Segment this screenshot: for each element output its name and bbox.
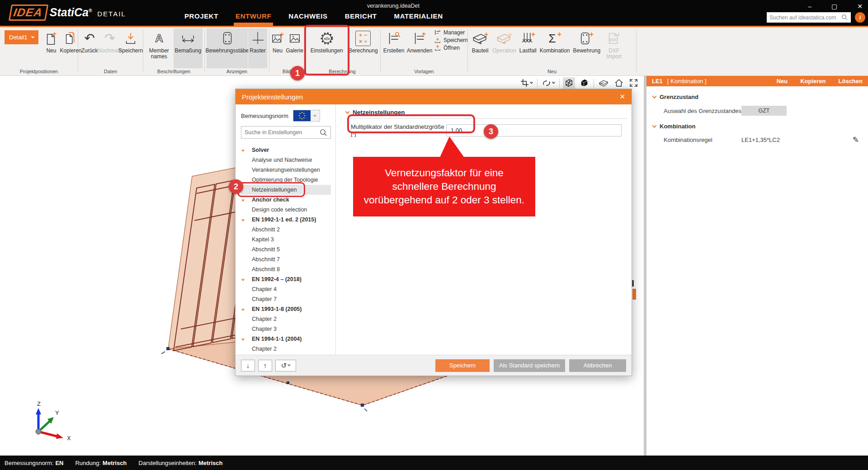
close-button[interactable]: ✕ (857, 3, 863, 10)
section-view-button[interactable] (597, 78, 610, 88)
design-code-dropdown[interactable] (293, 110, 320, 122)
new-reinforcement-button[interactable]: Bewehrung (571, 28, 602, 68)
dialog-titlebar[interactable]: Projekteinstellungen ✕ (236, 89, 632, 104)
template-save-button[interactable]: Speichern (434, 37, 468, 43)
dialog-close-button[interactable]: ✕ (619, 93, 625, 101)
reset-button[interactable]: ↺ (275, 360, 296, 371)
tree-item[interactable]: Abschnitt 5 (241, 244, 331, 254)
tree-item[interactable]: Chapter 2 (241, 314, 331, 324)
load-case-copy-button[interactable]: Kopieren (800, 78, 826, 85)
grid-toggle[interactable]: Raster (248, 28, 267, 68)
settings-search-input[interactable] (245, 129, 320, 136)
expand-arrows-icon (629, 79, 638, 87)
design-code-label: Bemessungsnorm (241, 113, 288, 119)
toolbar-separator (559, 79, 560, 88)
home-view-button[interactable] (613, 78, 625, 88)
menu-materialien[interactable]: MATERIALIEN (394, 12, 443, 24)
dialog-cancel-button[interactable]: Abbrechen (569, 359, 626, 372)
group-label: Neu (468, 68, 636, 75)
edit-pencil-icon[interactable]: ✎ (853, 135, 859, 145)
mesh-settings-header[interactable]: Netzeinstellungen (346, 109, 627, 119)
logo-idea: IDEA (9, 5, 48, 21)
tree-item[interactable]: Chapter 4 (241, 284, 331, 294)
stirrup-icon (221, 29, 234, 48)
tree-item[interactable]: Design code selection (241, 205, 331, 215)
crop-tool-button[interactable] (519, 78, 534, 88)
move-up-button[interactable]: ↑ (258, 360, 272, 371)
tree-item[interactable]: EN 1992-4 – (2018) (241, 274, 331, 284)
limit-state-value-button[interactable]: GZT (741, 106, 787, 116)
tree-item[interactable]: Chapter 2 (241, 344, 331, 354)
load-case-new-button[interactable]: Neu (777, 78, 788, 85)
settings-search-box[interactable] (241, 126, 331, 139)
tree-item[interactable]: EN 1994-1-1 (2004) (241, 334, 331, 344)
web-search-box[interactable] (767, 12, 851, 23)
solid-view-button[interactable] (578, 77, 590, 89)
member-names-toggle[interactable]: A Member names (145, 28, 173, 68)
load-arrows-icon (520, 29, 536, 48)
new-combination-button[interactable]: Σ Kombination (538, 28, 571, 68)
limit-state-section-header[interactable]: Grenzzustand (653, 94, 862, 100)
tree-item[interactable]: Abschnitt 7 (241, 254, 331, 264)
template-create-button[interactable]: Erstellen (382, 28, 406, 68)
dialog-save-button[interactable]: Speichern (435, 359, 490, 372)
zoom-fit-button[interactable] (628, 78, 639, 88)
tree-item[interactable]: Chapter 7 (241, 294, 331, 304)
group-label: Anzeigen (205, 68, 269, 75)
template-manager-button[interactable]: Manager (434, 29, 468, 36)
restore-button[interactable]: ▢ (831, 3, 837, 10)
tree-item[interactable]: Anchor check (241, 195, 331, 205)
copy-project-item-button[interactable]: Kopieren (61, 28, 80, 68)
tree-item[interactable]: EN 1993-1-8 (2005) (241, 304, 331, 314)
tree-item[interactable]: Kapitel 3 (241, 235, 331, 244)
tree-item[interactable]: Netzeinstellungen (241, 185, 331, 195)
tree-item[interactable]: Optimierung der Topologie (241, 175, 331, 185)
menu-projekt[interactable]: PROJEKT (184, 12, 218, 24)
save-button[interactable]: Speichern (120, 28, 141, 68)
tree-item[interactable]: Abschnitt 8 (241, 264, 331, 274)
save-icon (124, 29, 137, 48)
rebar-display-toggle[interactable]: Bewehrungsstäbe (207, 28, 248, 68)
move-down-button[interactable]: ↓ (241, 360, 255, 371)
menu-entwurf[interactable]: ENTWURF (236, 12, 271, 24)
tree-item[interactable]: Solver (241, 145, 331, 155)
calculate-button[interactable]: + −× ÷ Berechnung (348, 28, 378, 68)
wireframe-view-button[interactable] (563, 77, 575, 89)
tree-item[interactable]: Analyse und Nachweise (241, 155, 331, 165)
grid-axis-icon (251, 29, 264, 48)
redo-icon: ↷ (104, 29, 115, 48)
dimension-toggle[interactable]: Bemaßung (174, 28, 203, 68)
gallery-button[interactable]: Galerie (286, 28, 303, 68)
save-as-default-button[interactable]: Als Standard speichern (494, 359, 565, 372)
template-apply-button[interactable]: Anwenden (406, 28, 433, 68)
redo-button: ↷ Nochmals (99, 28, 120, 68)
tree-item[interactable]: Abschnitt 2 (241, 225, 331, 235)
new-load-case-button[interactable]: Lastfall (518, 28, 538, 68)
menu-bericht[interactable]: BERICHT (345, 12, 377, 24)
web-search-input[interactable] (769, 14, 841, 21)
chevron-down-icon (552, 81, 555, 84)
menu-nachweis[interactable]: NACHWEIS (288, 12, 327, 24)
undo-button[interactable]: ↶ Zurück (80, 28, 99, 68)
new-member-button[interactable]: Bauteil (470, 28, 491, 68)
tree-item[interactable]: EN 1992-1-1 ed. 2 (2015) (241, 215, 331, 225)
info-button[interactable]: i (855, 12, 865, 23)
minimize-button[interactable]: – (808, 3, 811, 10)
new-picture-button[interactable]: Neu (270, 28, 285, 68)
combination-section-header[interactable]: Kombination (653, 123, 862, 130)
new-project-item-button[interactable]: Neu (42, 28, 61, 68)
rotate-view-button[interactable] (541, 78, 556, 88)
detail-selector-button[interactable]: Detail1 (5, 30, 38, 44)
load-case-type: [ Kombination ] (667, 78, 707, 85)
tree-item[interactable]: Chapter 3 (241, 324, 331, 334)
toolbar-separator (537, 79, 538, 88)
svg-text:A: A (155, 32, 163, 44)
template-open-button[interactable]: Öffnen (434, 45, 468, 51)
settings-button[interactable]: 1 </> Einstellungen (306, 28, 348, 68)
svg-text:Z: Z (37, 400, 41, 407)
tree-item[interactable]: Verankerungseinstellungen (241, 165, 331, 175)
annotation-callout: Vernetzungsfaktor für eine schnellere Be… (353, 157, 535, 216)
mesh-multiplier-input[interactable] (446, 124, 622, 136)
load-case-delete-button[interactable]: Löschen (839, 78, 863, 85)
settings-tree: SolverAnalyse und NachweiseVerankerungse… (241, 145, 331, 354)
